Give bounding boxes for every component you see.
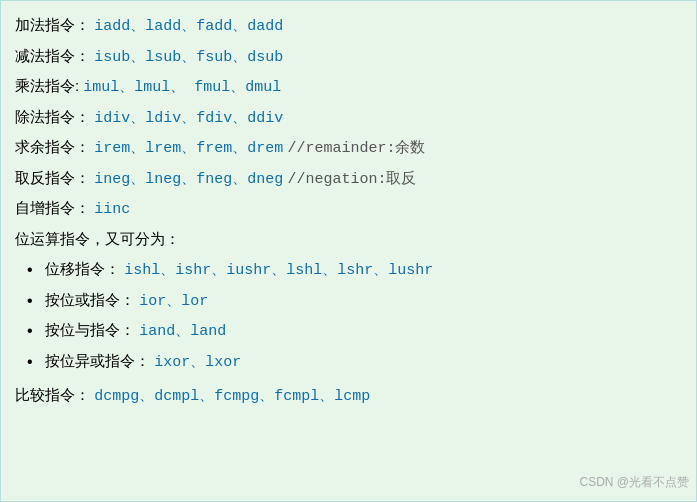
rem-label: 求余指令： (15, 138, 90, 155)
watermark: CSDN @光看不点赞 (579, 471, 689, 494)
neg-label: 取反指令： (15, 169, 90, 186)
iinc-code: iinc (94, 201, 130, 218)
rem-code: irem、lrem、frem、drem (94, 140, 283, 157)
list-item-or: 按位或指令： ior、lor (45, 286, 682, 317)
add-code: iadd、ladd、fadd、dadd (94, 18, 283, 35)
add-line: 加法指令： iadd、ladd、fadd、dadd (15, 11, 682, 42)
div-label: 除法指令： (15, 108, 90, 125)
xor-code: ixor、lxor (154, 354, 241, 371)
iinc-line: 自增指令： iinc (15, 194, 682, 225)
rem-line: 求余指令： irem、lrem、frem、drem //remainder:余数 (15, 133, 682, 164)
neg-code: ineg、lneg、fneg、dneg (94, 171, 283, 188)
mul-line: 乘法指令: imul、lmul、 fmul、dmul (15, 72, 682, 103)
compare-label: 比较指令： (15, 386, 90, 403)
div-code: idiv、ldiv、fdiv、ddiv (94, 110, 283, 127)
list-item-and: 按位与指令： iand、land (45, 316, 682, 347)
list-item-shift: 位移指令： ishl、ishr、iushr、lshl、lshr、lushr (45, 255, 682, 286)
last-line: 比较指令： dcmpg、dcmpl、fcmpg、fcmpl、lcmp (15, 381, 682, 412)
sub-label: 减法指令： (15, 47, 90, 64)
bit-line: 位运算指令，又可分为： (15, 225, 682, 254)
compare-code: dcmpg、dcmpl、fcmpg、fcmpl、lcmp (94, 388, 370, 405)
and-label: 按位与指令： (45, 321, 135, 338)
neg-comment: //negation:取反 (287, 171, 416, 188)
neg-line: 取反指令： ineg、lneg、fneg、dneg //negation:取反 (15, 164, 682, 195)
rem-comment: //remainder:余数 (287, 140, 425, 157)
list-item-xor: 按位异或指令： ixor、lxor (45, 347, 682, 378)
shift-code: ishl、ishr、iushr、lshl、lshr、lushr (124, 262, 433, 279)
or-label: 按位或指令： (45, 291, 135, 308)
div-line: 除法指令： idiv、ldiv、fdiv、ddiv (15, 103, 682, 134)
mul-code: imul、lmul、 fmul、dmul (83, 79, 281, 96)
shift-label: 位移指令： (45, 260, 120, 277)
mul-label: 乘法指令: (15, 77, 79, 94)
and-code: iand、land (139, 323, 226, 340)
sub-line: 减法指令： isub、lsub、fsub、dsub (15, 42, 682, 73)
add-label: 加法指令： (15, 16, 90, 33)
or-code: ior、lor (139, 293, 208, 310)
bullet-list: 位移指令： ishl、ishr、iushr、lshl、lshr、lushr 按位… (15, 255, 682, 377)
main-content: 加法指令： iadd、ladd、fadd、dadd 减法指令： isub、lsu… (0, 0, 697, 502)
xor-label: 按位异或指令： (45, 352, 150, 369)
bit-label: 位运算指令，又可分为： (15, 230, 180, 247)
iinc-label: 自增指令： (15, 199, 90, 216)
sub-code: isub、lsub、fsub、dsub (94, 49, 283, 66)
